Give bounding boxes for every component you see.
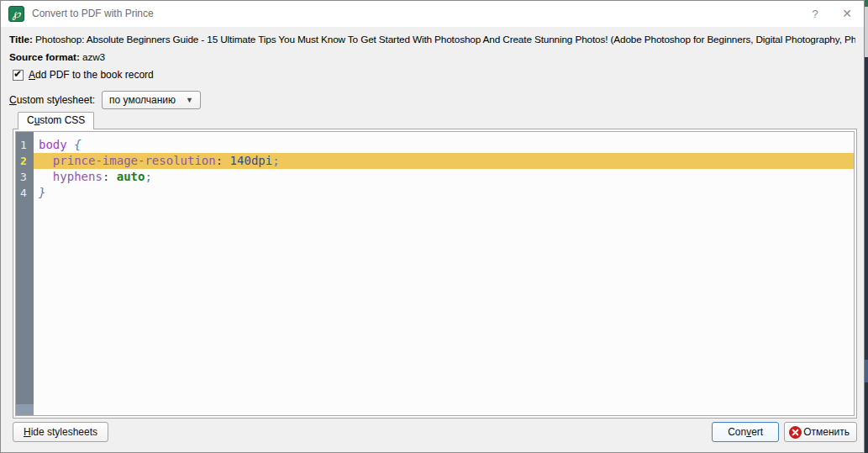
code-token: prince-image-resolution: [53, 154, 216, 167]
help-icon: ?: [812, 8, 818, 20]
screen: ℘ Convert to PDF with Prince ? ✕ Title: …: [0, 0, 868, 453]
code-text: prince-image-resolution: 140dpi;: [34, 153, 854, 169]
stylesheet-select[interactable]: по умолчанию ▼: [102, 91, 201, 109]
line-number: 4: [16, 185, 34, 201]
code-token: ;: [145, 170, 151, 183]
prince-app-icon: ℘: [8, 6, 24, 22]
code-token: auto: [117, 170, 145, 183]
code-token: 140dpi: [230, 154, 273, 167]
tab-panel-frame: 1body {2 prince-image-resolution: 140dpi…: [13, 129, 857, 419]
line-number: 2: [16, 153, 34, 169]
book-info: Title: Photoshop: Absolute Beginners Gui…: [1, 27, 864, 63]
code-token: [39, 170, 53, 183]
tab-custom-css[interactable]: Custom CSS: [18, 112, 94, 129]
line-number: 1: [16, 137, 34, 153]
checkbox-box[interactable]: ✔: [13, 70, 24, 81]
window-titlebar[interactable]: ℘ Convert to PDF with Prince ? ✕: [1, 1, 864, 27]
convert-button[interactable]: Convert: [712, 422, 779, 442]
code-token: :: [216, 154, 230, 167]
source-format-value: azw3: [82, 51, 105, 63]
book-title-row: Title: Photoshop: Absolute Beginners Gui…: [9, 34, 855, 45]
check-icon: ✔: [13, 68, 22, 80]
code-token: [39, 154, 53, 167]
add-pdf-checkbox[interactable]: ✔ Add PDF to the book record: [13, 69, 864, 81]
code-token: {: [74, 138, 81, 151]
chevron-down-icon: ▼: [186, 96, 193, 104]
css-code-editor[interactable]: 1body {2 prince-image-resolution: 140dpi…: [15, 131, 855, 416]
convert-to-pdf-dialog: ℘ Convert to PDF with Prince ? ✕ Title: …: [0, 0, 865, 453]
source-format-row: Source format: azw3: [9, 51, 855, 63]
code-text: }: [34, 185, 854, 201]
code-line[interactable]: 4}: [16, 185, 854, 201]
code-token: :: [103, 170, 117, 183]
code-line[interactable]: 1body {: [16, 137, 854, 153]
close-icon: ✕: [842, 7, 852, 20]
add-pdf-label: Add PDF to the book record: [29, 69, 154, 81]
code-token: ;: [272, 154, 279, 167]
code-token: hyphens: [53, 170, 103, 183]
code-line[interactable]: 2 prince-image-resolution: 140dpi;: [16, 153, 854, 169]
window-title: Convert to PDF with Prince: [32, 1, 154, 27]
help-button[interactable]: ?: [798, 1, 832, 27]
cancel-icon: [789, 426, 802, 439]
code-text: body {: [34, 137, 854, 153]
code-token: body: [39, 138, 74, 151]
code-lines[interactable]: 1body {2 prince-image-resolution: 140dpi…: [16, 132, 854, 201]
code-token: }: [39, 186, 45, 199]
hide-stylesheets-button[interactable]: Hide stylesheets: [13, 422, 108, 442]
cancel-button[interactable]: Отменить: [784, 422, 857, 442]
source-format-label: Source format:: [9, 51, 80, 63]
book-title-label: Title:: [9, 34, 33, 45]
cancel-label: Отменить: [803, 426, 850, 438]
line-number: 3: [16, 169, 34, 185]
stylesheet-selected-value: по умолчанию: [109, 94, 176, 106]
code-line[interactable]: 3 hyphens: auto;: [16, 169, 854, 185]
gutter-bottom-cap: [16, 404, 34, 415]
custom-stylesheet-row: Custom stylesheet: по умолчанию ▼: [9, 91, 864, 109]
desktop-background-strip: [865, 0, 868, 453]
dialog-action-buttons: Convert Отменить: [712, 422, 857, 442]
code-text: hyphens: auto;: [34, 169, 854, 185]
close-button[interactable]: ✕: [830, 1, 864, 27]
custom-stylesheet-label: Custom stylesheet:: [9, 94, 95, 106]
book-title-value: Photoshop: Absolute Beginners Guide - 15…: [35, 34, 855, 45]
